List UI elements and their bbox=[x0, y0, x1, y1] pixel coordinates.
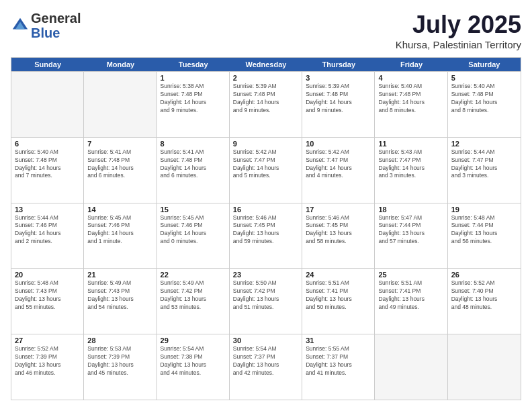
day-info: Sunrise: 5:52 AMSunset: 7:39 PMDaylight:… bbox=[15, 345, 80, 377]
calendar-cell-w0-d4: 3Sunrise: 5:39 AMSunset: 7:48 PMDaylight… bbox=[302, 72, 375, 137]
day-info: Sunrise: 5:41 AMSunset: 7:48 PMDaylight:… bbox=[87, 148, 152, 181]
calendar-cell-w4-d6 bbox=[448, 334, 521, 400]
calendar-cell-w4-d2: 29Sunrise: 5:54 AMSunset: 7:38 PMDayligh… bbox=[157, 334, 230, 400]
title-block: July 2025 Khursa, Palestinian Territory bbox=[396, 11, 521, 50]
logo-icon bbox=[11, 16, 30, 35]
day-number: 5 bbox=[451, 74, 517, 82]
day-number: 16 bbox=[233, 205, 298, 214]
calendar-header: SundayMondayTuesdayWednesdayThursdayFrid… bbox=[11, 58, 521, 71]
day-number: 28 bbox=[87, 336, 152, 345]
calendar-cell-w3-d5: 25Sunrise: 5:51 AMSunset: 7:41 PMDayligh… bbox=[375, 269, 447, 334]
day-info: Sunrise: 5:49 AMSunset: 7:43 PMDaylight:… bbox=[87, 279, 152, 312]
day-number: 14 bbox=[87, 205, 152, 214]
day-info: Sunrise: 5:51 AMSunset: 7:41 PMDaylight:… bbox=[378, 279, 443, 312]
calendar-cell-w4-d1: 28Sunrise: 5:53 AMSunset: 7:39 PMDayligh… bbox=[84, 334, 157, 400]
day-number: 12 bbox=[451, 140, 517, 148]
calendar-cell-w2-d1: 14Sunrise: 5:45 AMSunset: 7:46 PMDayligh… bbox=[84, 203, 157, 269]
day-number: 17 bbox=[306, 205, 371, 214]
page: General Blue July 2025 Khursa, Palestini… bbox=[0, 0, 532, 411]
calendar-cell-w4-d0: 27Sunrise: 5:52 AMSunset: 7:39 PMDayligh… bbox=[11, 334, 84, 400]
day-info: Sunrise: 5:48 AMSunset: 7:43 PMDaylight:… bbox=[15, 279, 80, 312]
day-info: Sunrise: 5:52 AMSunset: 7:40 PMDaylight:… bbox=[451, 279, 517, 312]
day-number: 10 bbox=[306, 140, 371, 148]
day-info: Sunrise: 5:50 AMSunset: 7:42 PMDaylight:… bbox=[233, 279, 298, 312]
calendar-row-4: 27Sunrise: 5:52 AMSunset: 7:39 PMDayligh… bbox=[11, 334, 521, 400]
day-info: Sunrise: 5:46 AMSunset: 7:45 PMDaylight:… bbox=[233, 214, 298, 246]
day-number: 2 bbox=[233, 74, 298, 82]
day-info: Sunrise: 5:49 AMSunset: 7:42 PMDaylight:… bbox=[161, 279, 226, 312]
day-info: Sunrise: 5:41 AMSunset: 7:48 PMDaylight:… bbox=[161, 148, 226, 181]
day-info: Sunrise: 5:44 AMSunset: 7:46 PMDaylight:… bbox=[15, 214, 80, 246]
location-title: Khursa, Palestinian Territory bbox=[396, 39, 521, 50]
calendar-cell-w2-d3: 16Sunrise: 5:46 AMSunset: 7:45 PMDayligh… bbox=[230, 203, 302, 269]
calendar-row-0: 1Sunrise: 5:38 AMSunset: 7:48 PMDaylight… bbox=[11, 71, 521, 137]
calendar-cell-w2-d6: 19Sunrise: 5:48 AMSunset: 7:44 PMDayligh… bbox=[448, 203, 521, 269]
header-day-wednesday: Wednesday bbox=[230, 58, 302, 71]
calendar-cell-w4-d3: 30Sunrise: 5:54 AMSunset: 7:37 PMDayligh… bbox=[230, 334, 302, 400]
day-info: Sunrise: 5:55 AMSunset: 7:37 PMDaylight:… bbox=[306, 345, 371, 377]
day-number: 31 bbox=[306, 336, 371, 345]
calendar-cell-w0-d1 bbox=[84, 72, 157, 137]
month-title: July 2025 bbox=[396, 11, 521, 39]
header-day-sunday: Sunday bbox=[11, 58, 84, 71]
calendar-cell-w0-d2: 1Sunrise: 5:38 AMSunset: 7:48 PMDaylight… bbox=[157, 72, 230, 137]
day-number: 29 bbox=[161, 336, 226, 345]
day-number: 20 bbox=[15, 271, 80, 279]
day-number: 24 bbox=[306, 271, 371, 279]
day-info: Sunrise: 5:39 AMSunset: 7:48 PMDaylight:… bbox=[233, 83, 298, 115]
calendar-cell-w1-d1: 7Sunrise: 5:41 AMSunset: 7:48 PMDaylight… bbox=[84, 138, 157, 203]
day-number: 23 bbox=[233, 271, 298, 279]
day-info: Sunrise: 5:54 AMSunset: 7:37 PMDaylight:… bbox=[233, 345, 298, 377]
header-day-tuesday: Tuesday bbox=[157, 58, 230, 71]
day-number: 30 bbox=[233, 336, 298, 345]
header-day-saturday: Saturday bbox=[448, 58, 521, 71]
calendar-cell-w3-d2: 22Sunrise: 5:49 AMSunset: 7:42 PMDayligh… bbox=[157, 269, 230, 334]
day-number: 21 bbox=[87, 271, 152, 279]
header-day-monday: Monday bbox=[84, 58, 157, 71]
header-day-friday: Friday bbox=[375, 58, 447, 71]
day-info: Sunrise: 5:48 AMSunset: 7:44 PMDaylight:… bbox=[451, 214, 517, 246]
calendar-cell-w0-d6: 5Sunrise: 5:40 AMSunset: 7:48 PMDaylight… bbox=[448, 72, 521, 137]
calendar-cell-w1-d3: 9Sunrise: 5:42 AMSunset: 7:47 PMDaylight… bbox=[230, 138, 302, 203]
day-info: Sunrise: 5:40 AMSunset: 7:48 PMDaylight:… bbox=[15, 148, 80, 181]
logo: General Blue bbox=[11, 11, 81, 40]
calendar-row-2: 13Sunrise: 5:44 AMSunset: 7:46 PMDayligh… bbox=[11, 203, 521, 269]
logo-text: General Blue bbox=[31, 11, 81, 40]
calendar-cell-w2-d0: 13Sunrise: 5:44 AMSunset: 7:46 PMDayligh… bbox=[11, 203, 84, 269]
header: General Blue July 2025 Khursa, Palestini… bbox=[11, 11, 521, 50]
day-info: Sunrise: 5:42 AMSunset: 7:47 PMDaylight:… bbox=[233, 148, 298, 181]
day-number: 27 bbox=[15, 336, 80, 345]
calendar-cell-w3-d6: 26Sunrise: 5:52 AMSunset: 7:40 PMDayligh… bbox=[448, 269, 521, 334]
calendar-cell-w1-d2: 8Sunrise: 5:41 AMSunset: 7:48 PMDaylight… bbox=[157, 138, 230, 203]
calendar-cell-w0-d3: 2Sunrise: 5:39 AMSunset: 7:48 PMDaylight… bbox=[230, 72, 302, 137]
calendar-cell-w0-d5: 4Sunrise: 5:40 AMSunset: 7:48 PMDaylight… bbox=[375, 72, 447, 137]
day-info: Sunrise: 5:43 AMSunset: 7:47 PMDaylight:… bbox=[378, 148, 443, 181]
day-number: 26 bbox=[451, 271, 517, 279]
calendar-cell-w1-d5: 11Sunrise: 5:43 AMSunset: 7:47 PMDayligh… bbox=[375, 138, 447, 203]
calendar-cell-w3-d3: 23Sunrise: 5:50 AMSunset: 7:42 PMDayligh… bbox=[230, 269, 302, 334]
day-info: Sunrise: 5:42 AMSunset: 7:47 PMDaylight:… bbox=[306, 148, 371, 181]
calendar-row-1: 6Sunrise: 5:40 AMSunset: 7:48 PMDaylight… bbox=[11, 137, 521, 203]
day-info: Sunrise: 5:40 AMSunset: 7:48 PMDaylight:… bbox=[378, 83, 443, 115]
day-info: Sunrise: 5:44 AMSunset: 7:47 PMDaylight:… bbox=[451, 148, 517, 181]
calendar-cell-w3-d4: 24Sunrise: 5:51 AMSunset: 7:41 PMDayligh… bbox=[302, 269, 375, 334]
day-number: 6 bbox=[15, 140, 80, 148]
calendar-cell-w3-d1: 21Sunrise: 5:49 AMSunset: 7:43 PMDayligh… bbox=[84, 269, 157, 334]
day-number: 13 bbox=[15, 205, 80, 214]
day-number: 3 bbox=[306, 74, 371, 82]
calendar-cell-w0-d0 bbox=[11, 72, 84, 137]
calendar-cell-w4-d4: 31Sunrise: 5:55 AMSunset: 7:37 PMDayligh… bbox=[302, 334, 375, 400]
day-info: Sunrise: 5:45 AMSunset: 7:46 PMDaylight:… bbox=[161, 214, 226, 246]
day-number: 25 bbox=[378, 271, 443, 279]
logo-general: General bbox=[31, 11, 81, 26]
calendar-cell-w3-d0: 20Sunrise: 5:48 AMSunset: 7:43 PMDayligh… bbox=[11, 269, 84, 334]
day-info: Sunrise: 5:38 AMSunset: 7:48 PMDaylight:… bbox=[161, 83, 226, 115]
day-info: Sunrise: 5:54 AMSunset: 7:38 PMDaylight:… bbox=[161, 345, 226, 377]
day-number: 15 bbox=[161, 205, 226, 214]
calendar-cell-w2-d4: 17Sunrise: 5:46 AMSunset: 7:45 PMDayligh… bbox=[302, 203, 375, 269]
header-day-thursday: Thursday bbox=[302, 58, 375, 71]
day-info: Sunrise: 5:47 AMSunset: 7:44 PMDaylight:… bbox=[378, 214, 443, 246]
day-number: 8 bbox=[161, 140, 226, 148]
day-number: 7 bbox=[87, 140, 152, 148]
day-number: 9 bbox=[233, 140, 298, 148]
